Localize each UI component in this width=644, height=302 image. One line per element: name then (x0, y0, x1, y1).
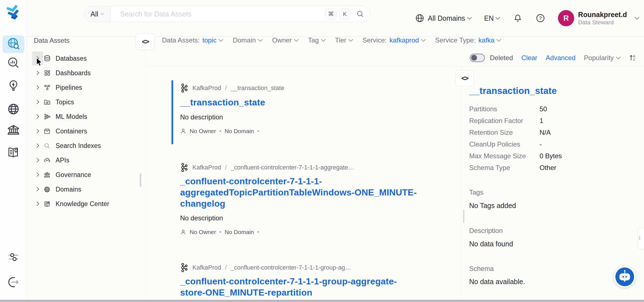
expand-chevron-icon[interactable] (35, 114, 39, 119)
chat-bot-button[interactable] (614, 266, 636, 288)
property-value: 50 (540, 105, 547, 113)
nav-govern-icon[interactable] (0, 124, 27, 137)
sidebar-item-databases[interactable]: Databases (27, 51, 139, 66)
data-assets-tree: Databases Dashboards (27, 51, 139, 211)
header-right-cluster: All Domains EN ? R Rounakpreet.d Data St… (415, 0, 639, 36)
app-logo-icon[interactable] (5, 3, 21, 21)
angle-brackets-icon: <> (142, 38, 149, 46)
expand-chevron-icon[interactable] (35, 143, 39, 148)
language-dropdown[interactable]: EN (484, 14, 494, 22)
expand-chevron-icon[interactable] (35, 129, 39, 134)
filter-tag-dropdown[interactable]: Tag (308, 36, 325, 44)
result-breadcrumb: KafkaProd / _confluent-controlcenter-7-1… (180, 163, 418, 172)
user-menu-chevron-icon[interactable] (635, 15, 640, 20)
expand-chevron-icon[interactable] (35, 172, 39, 177)
sort-dropdown[interactable]: Popularity (584, 54, 620, 62)
property-label: Max Message Size (469, 152, 540, 160)
sidebar-item-label: ML Models (56, 113, 87, 121)
sidebar-item-pipelines[interactable]: Pipelines (27, 80, 139, 95)
breadcrumb-separator: / (225, 164, 227, 171)
meta-dot: • (220, 229, 221, 235)
filter-service-type-dropdown[interactable]: Service Type: kafka (435, 36, 500, 44)
filter-value: topic (202, 36, 217, 44)
filter-domain-dropdown[interactable]: Domain (233, 36, 262, 44)
filter-label: Tier (335, 36, 346, 44)
domains-icon (43, 186, 51, 193)
expand-chevron-icon[interactable] (35, 187, 39, 192)
sidebar-item-domains[interactable]: Domains (27, 182, 139, 197)
sort-order-icon[interactable]: A Z (628, 54, 637, 62)
whats-new-edge-button[interactable] (638, 228, 644, 249)
tree-scrollbar-thumb[interactable] (140, 173, 141, 187)
all-domains-dropdown[interactable]: All Domains (428, 14, 465, 22)
filter-value: kafkaprod (390, 36, 419, 44)
global-search-bar[interactable]: All ⌘ K (84, 6, 370, 22)
sidebar-item-apis[interactable]: API APIs (27, 153, 139, 167)
expand-chevron-icon[interactable] (35, 100, 39, 105)
breadcrumb-separator: / (225, 84, 227, 92)
nav-explore-icon[interactable] (0, 37, 27, 51)
deleted-toggle[interactable] (470, 54, 485, 62)
chevron-down-icon (467, 15, 472, 20)
search-scope-label: All (90, 10, 98, 18)
search-icon[interactable] (356, 10, 364, 18)
filter-owner-dropdown[interactable]: Owner (272, 36, 298, 44)
service-name[interactable]: KafkaProd (192, 164, 221, 171)
sidebar-item-governance[interactable]: Governance (27, 167, 139, 182)
result-card[interactable]: KafkaProd / _confluent-controlcenter-7-1… (180, 263, 418, 298)
result-card[interactable]: KafkaProd / _confluent-controlcenter-7-1… (180, 163, 418, 235)
result-description: No description (180, 214, 418, 222)
search-scope-dropdown[interactable]: All (84, 6, 111, 22)
sidebar-item-topics[interactable]: Topics (27, 95, 139, 109)
details-scrollbar-thumb[interactable] (463, 210, 464, 223)
user-role: Data Steward (578, 19, 627, 26)
nav-domains-icon[interactable] (0, 102, 27, 116)
result-card[interactable]: KafkaProd / __transaction_state __transa… (180, 83, 418, 135)
sidebar-item-containers[interactable]: Containers (27, 124, 139, 138)
result-meta: No Owner • No Domain • (180, 128, 418, 135)
nav-learning-icon[interactable] (0, 146, 27, 159)
deleted-label: Deleted (490, 54, 513, 62)
expand-chevron-icon[interactable] (35, 158, 39, 163)
nav-logout-icon[interactable] (0, 276, 27, 289)
result-title-link[interactable]: _confluent-controlcenter-7-1-1-1-group-a… (180, 276, 417, 298)
service-name[interactable]: KafkaProd (192, 84, 221, 92)
chevron-down-icon (495, 15, 500, 20)
sidebar-item-ml-models[interactable]: ML Models (27, 109, 139, 124)
filter-service-dropdown[interactable]: Service: kafkaprod (362, 36, 425, 44)
horizontal-scrollbar[interactable] (0, 300, 644, 302)
property-label: CleanUp Policies (469, 140, 540, 148)
globe-icon (415, 13, 424, 23)
nav-observability-icon[interactable] (0, 56, 27, 70)
service-name[interactable]: KafkaProd (192, 264, 221, 271)
filter-data-assets-dropdown[interactable]: Data Assets: topic (162, 36, 223, 44)
property-value: 1 (540, 117, 543, 125)
containers-icon (43, 128, 51, 135)
expand-chevron-icon[interactable] (35, 85, 39, 90)
property-value: Other (540, 164, 556, 172)
search-input[interactable] (111, 10, 325, 18)
expand-chevron-icon[interactable] (35, 201, 39, 206)
clear-filters-button[interactable]: Clear (521, 54, 537, 62)
tree-main-divider (145, 37, 145, 300)
expand-chevron-icon[interactable] (35, 70, 39, 76)
notifications-bell-icon[interactable] (513, 14, 522, 23)
details-title-link[interactable]: __transaction_state (469, 86, 557, 96)
collapse-details-panel-button[interactable]: <> (455, 70, 474, 86)
result-title-link[interactable]: __transaction_state (180, 97, 418, 108)
collapse-tree-panel-button[interactable]: <> (136, 33, 155, 50)
details-properties: Partitions 50 Replication Factor 1 Reten… (469, 103, 626, 174)
sidebar-item-label: Search Indexes (56, 142, 101, 150)
chevron-down-icon (258, 37, 263, 42)
sidebar-item-search-indexes[interactable]: Search Indexes (27, 138, 139, 153)
nav-settings-icon[interactable] (0, 251, 27, 263)
help-icon[interactable]: ? (536, 13, 545, 23)
ml-models-icon (43, 113, 51, 120)
advanced-search-button[interactable]: Advanced (546, 54, 576, 62)
nav-insights-icon[interactable] (0, 79, 27, 92)
sidebar-item-dashboards[interactable]: Dashboards (27, 66, 139, 80)
result-title-link[interactable]: _confluent-controlcenter-7-1-1-1-aggrega… (180, 176, 417, 209)
avatar[interactable]: R (558, 10, 574, 26)
sidebar-item-knowledge-center[interactable]: Knowledge Center (27, 197, 139, 211)
filter-tier-dropdown[interactable]: Tier (335, 36, 352, 44)
